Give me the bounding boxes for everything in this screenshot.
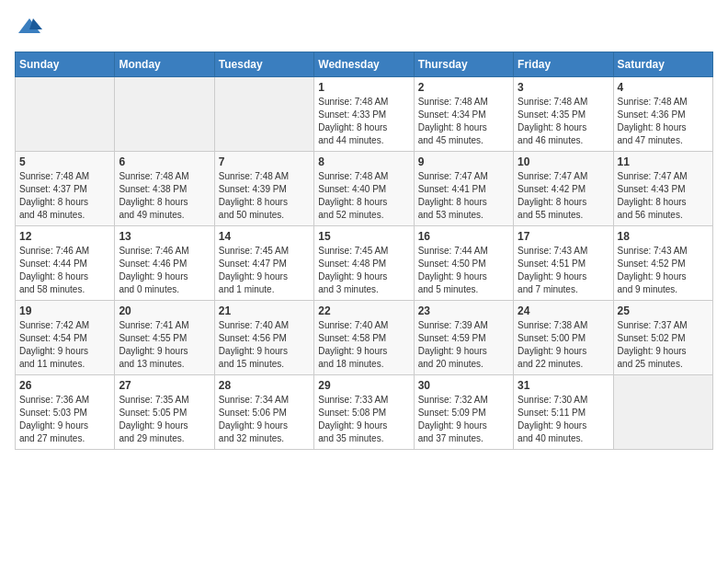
day-info: Sunrise: 7:48 AM Sunset: 4:39 PM Dayligh… (219, 170, 310, 222)
day-info: Sunrise: 7:37 AM Sunset: 5:02 PM Dayligh… (618, 319, 709, 371)
day-info: Sunrise: 7:43 AM Sunset: 4:51 PM Dayligh… (518, 245, 609, 296)
day-number: 5 (19, 155, 110, 168)
day-cell: 30Sunrise: 7:32 AM Sunset: 5:09 PM Dayli… (414, 375, 513, 450)
header-cell-tuesday: Tuesday (214, 52, 313, 77)
day-number: 2 (418, 81, 509, 94)
day-cell: 13Sunrise: 7:46 AM Sunset: 4:46 PM Dayli… (115, 226, 214, 301)
header-cell-thursday: Thursday (414, 52, 513, 77)
day-number: 9 (418, 155, 509, 168)
day-cell: 26Sunrise: 7:36 AM Sunset: 5:03 PM Dayli… (16, 375, 115, 450)
day-cell: 23Sunrise: 7:39 AM Sunset: 4:59 PM Dayli… (414, 301, 513, 375)
day-info: Sunrise: 7:47 AM Sunset: 4:42 PM Dayligh… (518, 170, 609, 222)
day-number: 18 (618, 230, 709, 243)
day-cell (115, 77, 214, 152)
day-number: 26 (19, 379, 110, 392)
week-row-2: 5Sunrise: 7:48 AM Sunset: 4:37 PM Daylig… (16, 152, 713, 226)
day-info: Sunrise: 7:40 AM Sunset: 4:58 PM Dayligh… (318, 319, 409, 371)
day-info: Sunrise: 7:44 AM Sunset: 4:50 PM Dayligh… (418, 245, 509, 296)
header-cell-sunday: Sunday (16, 52, 115, 77)
day-number: 10 (518, 155, 609, 168)
day-cell: 27Sunrise: 7:35 AM Sunset: 5:05 PM Dayli… (115, 375, 214, 450)
day-info: Sunrise: 7:48 AM Sunset: 4:34 PM Dayligh… (418, 96, 509, 147)
day-cell (214, 77, 313, 152)
day-cell (16, 77, 115, 152)
day-number: 8 (318, 155, 409, 168)
day-info: Sunrise: 7:48 AM Sunset: 4:38 PM Dayligh… (119, 170, 210, 222)
header-row: SundayMondayTuesdayWednesdayThursdayFrid… (16, 52, 713, 77)
day-number: 17 (518, 230, 609, 243)
header-cell-friday: Friday (514, 52, 613, 77)
header-cell-saturday: Saturday (613, 52, 712, 77)
day-cell: 21Sunrise: 7:40 AM Sunset: 4:56 PM Dayli… (214, 301, 313, 375)
day-cell: 12Sunrise: 7:46 AM Sunset: 4:44 PM Dayli… (16, 226, 115, 301)
day-info: Sunrise: 7:43 AM Sunset: 4:52 PM Dayligh… (618, 245, 709, 296)
day-cell: 3Sunrise: 7:48 AM Sunset: 4:35 PM Daylig… (514, 77, 613, 152)
day-number: 3 (518, 81, 609, 94)
day-info: Sunrise: 7:33 AM Sunset: 5:08 PM Dayligh… (318, 394, 409, 445)
day-info: Sunrise: 7:30 AM Sunset: 5:11 PM Dayligh… (518, 394, 609, 445)
day-info: Sunrise: 7:40 AM Sunset: 4:56 PM Dayligh… (219, 319, 310, 371)
day-cell: 20Sunrise: 7:41 AM Sunset: 4:55 PM Dayli… (115, 301, 214, 375)
day-cell: 5Sunrise: 7:48 AM Sunset: 4:37 PM Daylig… (16, 152, 115, 226)
day-cell: 7Sunrise: 7:48 AM Sunset: 4:39 PM Daylig… (214, 152, 313, 226)
logo (15, 15, 42, 40)
day-number: 6 (119, 155, 210, 168)
day-cell: 1Sunrise: 7:48 AM Sunset: 4:33 PM Daylig… (314, 77, 414, 152)
day-number: 31 (518, 379, 609, 392)
day-info: Sunrise: 7:38 AM Sunset: 5:00 PM Dayligh… (518, 319, 609, 371)
day-info: Sunrise: 7:48 AM Sunset: 4:37 PM Dayligh… (19, 170, 110, 222)
day-cell: 10Sunrise: 7:47 AM Sunset: 4:42 PM Dayli… (514, 152, 613, 226)
header-cell-wednesday: Wednesday (314, 52, 414, 77)
day-cell: 25Sunrise: 7:37 AM Sunset: 5:02 PM Dayli… (613, 301, 712, 375)
day-info: Sunrise: 7:48 AM Sunset: 4:40 PM Dayligh… (318, 170, 409, 222)
day-number: 20 (119, 304, 210, 317)
day-cell: 29Sunrise: 7:33 AM Sunset: 5:08 PM Dayli… (314, 375, 414, 450)
day-cell: 19Sunrise: 7:42 AM Sunset: 4:54 PM Dayli… (16, 301, 115, 375)
page-header (15, 15, 713, 40)
day-cell: 22Sunrise: 7:40 AM Sunset: 4:58 PM Dayli… (314, 301, 414, 375)
day-number: 23 (418, 304, 509, 317)
day-cell: 6Sunrise: 7:48 AM Sunset: 4:38 PM Daylig… (115, 152, 214, 226)
calendar-table: SundayMondayTuesdayWednesdayThursdayFrid… (15, 52, 713, 450)
week-row-3: 12Sunrise: 7:46 AM Sunset: 4:44 PM Dayli… (16, 226, 713, 301)
day-cell: 31Sunrise: 7:30 AM Sunset: 5:11 PM Dayli… (514, 375, 613, 450)
day-number: 16 (418, 230, 509, 243)
day-number: 15 (318, 230, 409, 243)
day-info: Sunrise: 7:48 AM Sunset: 4:36 PM Dayligh… (618, 96, 709, 147)
day-number: 21 (219, 304, 310, 317)
day-cell: 14Sunrise: 7:45 AM Sunset: 4:47 PM Dayli… (214, 226, 313, 301)
day-cell: 15Sunrise: 7:45 AM Sunset: 4:48 PM Dayli… (314, 226, 414, 301)
day-cell: 17Sunrise: 7:43 AM Sunset: 4:51 PM Dayli… (514, 226, 613, 301)
day-cell: 24Sunrise: 7:38 AM Sunset: 5:00 PM Dayli… (514, 301, 613, 375)
day-cell: 11Sunrise: 7:47 AM Sunset: 4:43 PM Dayli… (613, 152, 712, 226)
day-info: Sunrise: 7:35 AM Sunset: 5:05 PM Dayligh… (119, 394, 210, 445)
day-info: Sunrise: 7:39 AM Sunset: 4:59 PM Dayligh… (418, 319, 509, 371)
week-row-4: 19Sunrise: 7:42 AM Sunset: 4:54 PM Dayli… (16, 301, 713, 375)
day-info: Sunrise: 7:47 AM Sunset: 4:43 PM Dayligh… (618, 170, 709, 222)
day-cell: 9Sunrise: 7:47 AM Sunset: 4:41 PM Daylig… (414, 152, 513, 226)
day-info: Sunrise: 7:46 AM Sunset: 4:44 PM Dayligh… (19, 245, 110, 296)
week-row-5: 26Sunrise: 7:36 AM Sunset: 5:03 PM Dayli… (16, 375, 713, 450)
day-info: Sunrise: 7:45 AM Sunset: 4:48 PM Dayligh… (318, 245, 409, 296)
logo-icon (17, 15, 42, 40)
day-cell: 16Sunrise: 7:44 AM Sunset: 4:50 PM Dayli… (414, 226, 513, 301)
day-info: Sunrise: 7:41 AM Sunset: 4:55 PM Dayligh… (119, 319, 210, 371)
day-info: Sunrise: 7:48 AM Sunset: 4:35 PM Dayligh… (518, 96, 609, 147)
day-number: 30 (418, 379, 509, 392)
day-cell (613, 375, 712, 450)
header-cell-monday: Monday (115, 52, 214, 77)
day-cell: 28Sunrise: 7:34 AM Sunset: 5:06 PM Dayli… (214, 375, 313, 450)
day-number: 24 (518, 304, 609, 317)
day-number: 19 (19, 304, 110, 317)
day-number: 27 (119, 379, 210, 392)
day-info: Sunrise: 7:42 AM Sunset: 4:54 PM Dayligh… (19, 319, 110, 371)
day-info: Sunrise: 7:32 AM Sunset: 5:09 PM Dayligh… (418, 394, 509, 445)
day-number: 4 (618, 81, 709, 94)
day-number: 13 (119, 230, 210, 243)
day-cell: 4Sunrise: 7:48 AM Sunset: 4:36 PM Daylig… (613, 77, 712, 152)
day-info: Sunrise: 7:34 AM Sunset: 5:06 PM Dayligh… (219, 394, 310, 445)
day-info: Sunrise: 7:46 AM Sunset: 4:46 PM Dayligh… (119, 245, 210, 296)
day-cell: 2Sunrise: 7:48 AM Sunset: 4:34 PM Daylig… (414, 77, 513, 152)
day-number: 7 (219, 155, 310, 168)
day-number: 14 (219, 230, 310, 243)
